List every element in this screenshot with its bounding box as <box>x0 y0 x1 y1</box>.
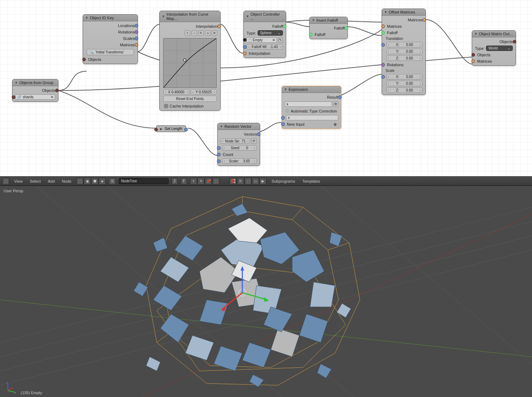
tool-icon[interactable]: ✎ <box>198 30 204 36</box>
clear-icon[interactable]: ✕ <box>51 95 53 99</box>
socket-out-interpolation[interactable] <box>217 25 221 28</box>
cache-checkbox[interactable] <box>164 104 168 108</box>
node-interpolation[interactable]: ▼Interpolation from Curve Map... Interpo… <box>159 11 221 111</box>
node-tree-type-icon[interactable]: ◈ <box>99 178 106 185</box>
socket-in-matrices[interactable] <box>471 59 475 63</box>
add-icon[interactable]: ⊕ <box>334 122 337 127</box>
menu-add[interactable]: Add <box>46 179 57 183</box>
socket-in-list[interactable] <box>154 128 158 131</box>
menu-select[interactable]: Select <box>28 179 43 183</box>
group-field[interactable]: 🔗shards✕ <box>15 94 55 100</box>
eyedropper-icon[interactable]: ✎ <box>278 37 283 43</box>
node-tree-type-icon[interactable]: ⬚ <box>76 178 83 185</box>
node-object-matrix-out[interactable]: ▼Object Matrix Out... Objects Type:World… <box>472 30 516 66</box>
node-header[interactable]: ▼Expression <box>282 86 341 93</box>
socket-in-group[interactable] <box>12 95 15 99</box>
node-object-id-key[interactable]: ▼Object ID Key Locations Rotations Scale… <box>83 14 138 64</box>
node-get-length[interactable]: ▶ Get Length <box>156 125 186 132</box>
socket-out-matrices[interactable] <box>135 43 138 47</box>
snap-icon[interactable]: 🧲 <box>229 178 237 185</box>
users-badge[interactable]: 2 <box>171 178 178 185</box>
node-header[interactable]: ▼Object ID Key <box>83 15 138 21</box>
node-header[interactable]: ▼Random Vector <box>218 123 260 130</box>
nodetree-browse-icon[interactable]: ☰ <box>109 178 116 185</box>
menu-node[interactable]: Node <box>60 179 73 183</box>
editor-type-icon[interactable]: ⬚ <box>2 178 9 185</box>
socket-out-objects[interactable] <box>55 89 59 92</box>
socket-out-objects[interactable] <box>513 40 516 43</box>
menu-view[interactable]: View <box>12 179 25 183</box>
id-key-button[interactable]: 🔍'Initial Transforms' <box>87 49 134 55</box>
falloff-type-select[interactable]: Sphere⌄ <box>258 30 283 36</box>
add-icon[interactable]: + <box>190 178 197 185</box>
socket-in-x[interactable] <box>281 116 285 120</box>
socket-in-interpolation[interactable] <box>243 52 247 55</box>
trans-y-field[interactable]: ‹Y:0.00› <box>386 49 423 54</box>
node-random-vector[interactable]: ▼Random Vector Vectors ‹Node Se:71› ⟳ ‹S… <box>217 123 260 166</box>
menu-templates[interactable]: Templates <box>300 179 322 183</box>
node-header[interactable]: ▼Invert Falloff <box>310 17 347 24</box>
viewport-3d[interactable]: User Persp <box>0 186 532 397</box>
socket-in-matrices[interactable] <box>381 25 385 28</box>
node-offset-matrices[interactable]: ▼Offset Matrices Matrices Matrices Fallo… <box>382 9 426 95</box>
falloff-width-field[interactable]: ‹Falloff Wi:-1.43› <box>247 44 283 49</box>
socket-in-sx[interactable] <box>381 75 385 79</box>
gear-icon[interactable]: ⚙ <box>333 101 338 107</box>
nodetree-name-field[interactable]: NodeTree <box>119 178 169 184</box>
node-expression[interactable]: ▼Expression Result ⚙ ⓘAutomatic Type Cor… <box>282 86 341 129</box>
clip-icon[interactable]: ⎌ <box>205 30 211 36</box>
unlink-icon[interactable]: ⬚ <box>244 178 252 185</box>
node-objects-from-group[interactable]: ▼Objects from Group Objects 🔗shards✕ <box>12 79 58 102</box>
socket-out-length[interactable] <box>184 128 188 131</box>
trans-x-field[interactable]: ‹X:0.00› <box>386 42 423 47</box>
fake-user-button[interactable]: F <box>181 178 187 185</box>
scale-x-field[interactable]: ‹X:0.00› <box>386 74 423 79</box>
socket-out-vectors[interactable] <box>257 132 260 136</box>
socket-out-scales[interactable] <box>135 37 138 40</box>
socket-in-width[interactable] <box>243 45 247 49</box>
reset-endpoints-button[interactable]: Reset End Points <box>163 96 217 102</box>
pin-icon[interactable]: 📌 <box>205 178 212 185</box>
execute-icon[interactable]: ▶ <box>259 178 267 185</box>
matrix-type-select[interactable]: World⌄ <box>486 46 513 51</box>
curve-x-field[interactable]: ‹X 0.40000› <box>163 89 189 95</box>
refresh-icon[interactable]: ⟳ <box>251 138 257 144</box>
socket-in-falloff[interactable] <box>381 31 385 35</box>
node-tree-type-icon[interactable]: ⬢ <box>91 178 98 185</box>
socket-in-objects[interactable] <box>82 58 86 61</box>
scale-z-field[interactable]: ‹Z:0.00› <box>386 88 423 93</box>
scale-field[interactable]: ‹Scale:3.65› <box>222 158 257 164</box>
delete-icon[interactable]: ✕ <box>212 30 217 36</box>
socket-in-tx[interactable] <box>381 43 385 47</box>
unlink-icon[interactable]: ✕ <box>197 178 205 185</box>
socket-out-locations[interactable] <box>135 24 138 27</box>
socket-in-object[interactable] <box>243 38 247 42</box>
node-header[interactable]: ▼Object Controller ... <box>244 11 286 22</box>
menu-subprograms[interactable]: Subprograms <box>269 179 297 183</box>
socket-out-falloff[interactable] <box>345 26 348 30</box>
socket-out-rotations[interactable] <box>135 30 138 34</box>
zoom-out-icon[interactable]: − <box>191 30 197 36</box>
group-icon[interactable]: ⬚ <box>212 178 219 185</box>
socket-out-falloff[interactable] <box>283 25 286 28</box>
socket-in-seed[interactable] <box>217 146 221 150</box>
node-editor-header[interactable]: ⬚ View Select Add Node ⬚ ◉ ⬢ ◈ ☰ NodeTre… <box>0 176 532 186</box>
object-field[interactable]: ⬚Empty✕ <box>247 37 277 43</box>
socket-in-objects[interactable] <box>471 53 475 57</box>
socket-in-falloff[interactable] <box>309 33 313 36</box>
socket-in-rot[interactable] <box>381 63 385 67</box>
curve-graph[interactable] <box>163 38 217 88</box>
trans-z-field[interactable]: ‹Z:0.00› <box>386 56 423 61</box>
socket-out-result[interactable] <box>338 95 342 99</box>
copy-icon[interactable]: ⎘ <box>237 178 244 185</box>
node-header[interactable]: ▼Objects from Group <box>12 79 58 86</box>
scale-y-field[interactable]: ‹Y:0.00› <box>386 81 423 86</box>
socket-in-count[interactable] <box>217 153 221 156</box>
seed-field[interactable]: ‹Seed:0› <box>222 145 257 151</box>
socket-in-scale[interactable] <box>217 160 221 163</box>
frame-icon[interactable]: ▭ <box>252 178 259 185</box>
zoom-in-icon[interactable]: + <box>185 30 190 36</box>
node-header[interactable]: ▼Offset Matrices <box>382 9 425 16</box>
node-seed-field[interactable]: ‹Node Se:71› <box>221 139 250 144</box>
node-header[interactable]: ▼Object Matrix Out... <box>472 31 516 37</box>
